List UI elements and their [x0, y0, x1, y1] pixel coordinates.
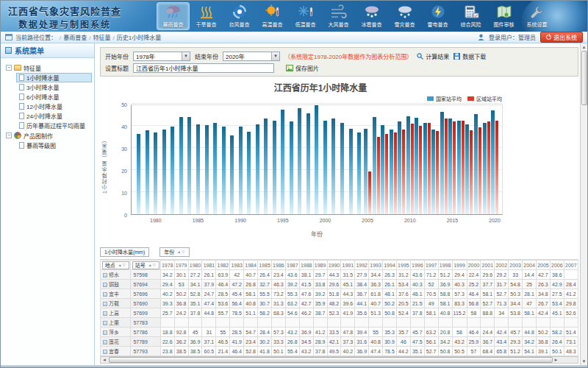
bar-national-2009[interactable] [398, 121, 401, 214]
year-header-1998[interactable]: 1998 [438, 261, 452, 270]
bar-national-2010[interactable] [406, 116, 410, 215]
year-header-2007[interactable]: 2007 [564, 261, 578, 270]
breadcrumb-item[interactable]: 历史1小时降水量 [117, 35, 161, 41]
bar-national-2008[interactable] [390, 130, 393, 215]
year-header-1979[interactable]: 1979 [174, 261, 188, 270]
station-name-cell[interactable]: 上栗 [101, 318, 131, 328]
save-image-button[interactable]: 保存图片 [286, 64, 319, 72]
bar-national-1991[interactable] [247, 132, 251, 215]
station-id-cell[interactable]: 57789 [131, 337, 160, 347]
year-header-1987[interactable]: 1987 [285, 261, 299, 270]
bar-regional-2012[interactable] [428, 123, 431, 214]
bar-regional-2016[interactable] [462, 121, 465, 214]
bar-regional-2005[interactable] [368, 171, 371, 214]
year-header-1989[interactable]: 1989 [313, 261, 327, 270]
year-field-button[interactable]: 年份 ▲▽ [159, 247, 190, 257]
toolbar-item-冰雹普查[interactable]: 冰雹普查 [355, 2, 388, 30]
bar-national-2015[interactable] [448, 118, 452, 215]
station-name-cell[interactable]: 宜丰 [101, 289, 131, 299]
tree-group-特征量[interactable]: −特征量 [3, 63, 92, 73]
toolbar-item-干旱普查[interactable]: 干旱普查 [190, 2, 223, 30]
bar-regional-2015[interactable] [453, 121, 456, 214]
toolbar-item-大风普查[interactable]: 大风普查 [322, 2, 355, 30]
year-header-1978[interactable]: 1978 [160, 261, 174, 270]
year-header-1980[interactable]: 1980 [188, 261, 202, 270]
toolbar-item-暴雨普查[interactable]: 暴雨普查 [157, 2, 190, 30]
bar-regional-2018[interactable] [478, 127, 481, 215]
bar-national-1984[interactable] [187, 117, 191, 214]
bar-regional-2017[interactable] [470, 130, 473, 214]
horizontal-scroll-thumb[interactable] [109, 357, 553, 363]
bar-national-2000[interactable] [323, 121, 327, 214]
bar-national-1989[interactable] [230, 135, 234, 214]
breadcrumb-item[interactable]: 暴雨普查 [63, 35, 87, 41]
toolbar-item-高温普查[interactable]: 高温普查 [256, 2, 289, 30]
bar-regional-2011[interactable] [419, 126, 422, 214]
year-header-1983[interactable]: 1983 [230, 261, 244, 270]
bar-national-2018[interactable] [474, 114, 478, 214]
start-year-select[interactable]: 1978年▼ [133, 52, 190, 61]
bar-national-1985[interactable] [196, 124, 200, 214]
toolbar-item-系统设置[interactable]: 系统设置 [520, 2, 553, 30]
measure-field-button[interactable]: 1小时降水量(mm) [100, 247, 149, 257]
toolbar-item-雷电普查[interactable]: 雷电普查 [421, 2, 454, 30]
station-id-cell[interactable]: 57690 [131, 299, 160, 308]
tree-toggle-icon[interactable]: − [6, 132, 12, 138]
download-button[interactable]: 数据下载 [453, 52, 486, 60]
station-name-cell[interactable]: 莲花 [101, 337, 131, 347]
bar-national-1987[interactable] [213, 123, 217, 214]
bar-national-2013[interactable] [431, 130, 435, 215]
station-name-cell[interactable]: 铜鼓 [101, 280, 131, 289]
tree-toggle-icon[interactable]: − [6, 65, 12, 71]
year-header-2006[interactable]: 2006 [550, 261, 564, 270]
bar-regional-2019[interactable] [487, 121, 490, 214]
bar-national-2003[interactable] [349, 129, 353, 214]
station-name-cell[interactable]: 宜春 [101, 347, 131, 356]
year-header-1995[interactable]: 1995 [396, 261, 410, 270]
bar-national-1982[interactable] [171, 127, 174, 214]
station-id-cell[interactable]: 57783 [131, 318, 160, 328]
bar-regional-2006[interactable] [377, 137, 380, 214]
year-header-1984[interactable]: 1984 [244, 261, 258, 270]
station-name-cell[interactable]: 萍乡 [101, 328, 131, 337]
bar-regional-2009[interactable] [402, 130, 405, 215]
year-header-1992[interactable]: 1992 [355, 261, 369, 270]
year-header-1991[interactable]: 1991 [341, 261, 355, 270]
station-id-cell[interactable]: 57598 [131, 270, 160, 280]
chart-title-input[interactable]: 江西省历年1小时降水量 [133, 63, 274, 73]
bar-national-1979[interactable] [146, 130, 149, 214]
station-id-cell[interactable]: 57699 [131, 308, 160, 318]
year-header-2002[interactable]: 2002 [495, 261, 509, 270]
tree-item-12小时降水量[interactable]: 12小时降水量 [16, 102, 92, 111]
bar-national-2006[interactable] [373, 117, 376, 214]
bar-regional-2014[interactable] [445, 118, 448, 215]
year-header-1985[interactable]: 1985 [258, 261, 272, 270]
year-header-1986[interactable]: 1986 [271, 261, 285, 270]
toolbar-item-台风普查[interactable]: 台风普查 [223, 2, 256, 30]
bar-national-1996[interactable] [290, 121, 293, 214]
bar-national-1995[interactable] [281, 110, 284, 214]
toolbar-item-低温普查[interactable]: 低温普查 [289, 2, 322, 30]
station-id-cell[interactable]: 57793 [131, 347, 160, 356]
legend-item-区域站平均[interactable]: 区域站平均 [467, 95, 502, 102]
year-header-1996[interactable]: 1996 [410, 261, 424, 270]
bar-national-1986[interactable] [205, 125, 209, 214]
year-header-1994[interactable]: 1994 [383, 261, 397, 270]
bar-national-2020[interactable] [491, 110, 495, 214]
bar-national-1981[interactable] [162, 130, 166, 214]
bar-regional-2020[interactable] [495, 121, 498, 214]
year-header-1990[interactable]: 1990 [327, 261, 341, 270]
station-name-cell[interactable]: 修水 [101, 270, 131, 280]
year-header-1993[interactable]: 1993 [369, 261, 383, 270]
bar-national-2016[interactable] [457, 121, 461, 215]
station-name-cell[interactable]: 万载 [101, 299, 131, 308]
bar-national-2004[interactable] [357, 132, 361, 214]
station-id-cell[interactable]: 57694 [131, 280, 160, 289]
bar-national-1994[interactable] [273, 121, 276, 215]
tree-group-产品图制作[interactable]: −产品图制作 [3, 130, 92, 141]
tree-item-6小时降水量[interactable]: 6小时降水量 [16, 92, 92, 102]
bar-national-2012[interactable] [423, 123, 427, 215]
year-header-1982[interactable]: 1982 [216, 261, 230, 270]
station-id-cell[interactable]: 57786 [131, 328, 160, 337]
scroll-up-arrow-icon[interactable]: ▲ [582, 43, 587, 51]
